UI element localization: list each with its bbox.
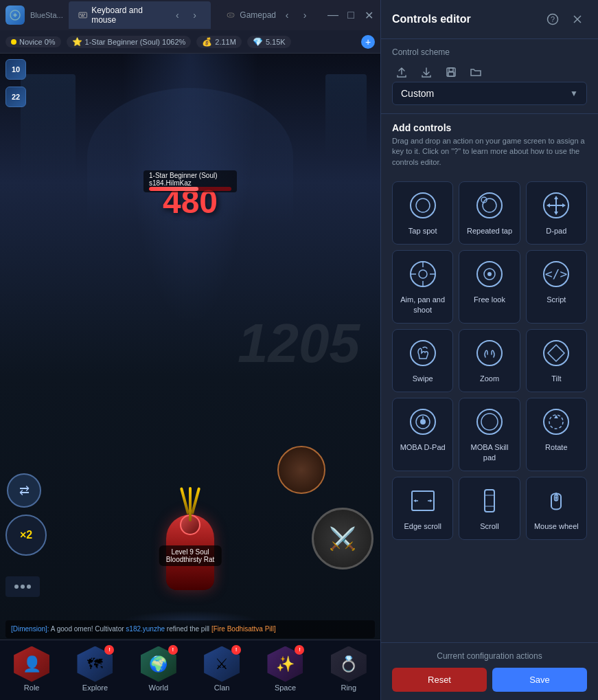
- svg-text:</>: </>: [545, 267, 568, 281]
- moba-d-pad-icon: [408, 407, 438, 437]
- level-badge-1: 10: [5, 59, 26, 80]
- keyboard-icon: [78, 10, 87, 20]
- svg-point-44: [420, 419, 426, 425]
- control-scroll[interactable]: Scroll: [459, 477, 520, 540]
- nav-space-icon-wrap: ✨ !: [267, 646, 303, 682]
- attack-button[interactable]: ⚔️: [312, 508, 373, 569]
- nav-role-label: Role: [24, 684, 40, 692]
- keyboard-mouse-tab[interactable]: Keyboard and mouse ‹ ›: [69, 1, 211, 29]
- control-rotate[interactable]: Rotate: [526, 398, 587, 471]
- currency1-label: 2.11M: [215, 38, 236, 46]
- moba-skill-pad-icon: [474, 407, 505, 437]
- app-icon: [5, 5, 25, 25]
- chat-dot-1: [14, 585, 19, 589]
- tab-nav-left[interactable]: ‹: [171, 8, 184, 22]
- gamepad-tab[interactable]: Gamepad ‹ ›: [216, 4, 321, 26]
- control-repeated-tap[interactable]: Repeated tap: [459, 181, 520, 245]
- nav-role[interactable]: 👤 Role: [0, 640, 63, 700]
- chat-dot-2: [21, 585, 25, 589]
- nav-space-badge: !: [295, 645, 304, 655]
- game-area: BlueSta... Keyboard and mouse ‹ › Gamepa…: [0, 0, 380, 700]
- scheme-section: Control scheme: [381, 39, 598, 114]
- minimize-button[interactable]: —: [327, 9, 339, 21]
- nav-ring[interactable]: 💍 Ring: [317, 640, 380, 700]
- upload-scheme-button[interactable]: [392, 63, 411, 82]
- svg-point-19: [477, 193, 502, 218]
- control-free-look[interactable]: Free look: [459, 250, 520, 324]
- control-swipe[interactable]: Swipe: [392, 329, 453, 392]
- status-bar: Novice 0% ⭐ 1-Star Beginner (Soul) 1062%…: [0, 30, 380, 54]
- tilt-label: Tilt: [551, 374, 561, 383]
- mouse-wheel-label: Mouse wheel: [534, 521, 579, 531]
- gamepad-tab-nav-left[interactable]: ‹: [280, 8, 294, 22]
- control-script[interactable]: </> Script: [526, 250, 587, 324]
- save-button[interactable]: Save: [492, 668, 587, 692]
- chat-text-2: refined the pill: [167, 625, 211, 633]
- svg-marker-54: [430, 499, 433, 502]
- player-title: 1-Star Beginner (Soul): [149, 172, 231, 179]
- gamepad-tab-label: Gamepad: [240, 10, 276, 20]
- control-tilt[interactable]: Tilt: [526, 329, 587, 392]
- gamepad-tab-nav-right[interactable]: ›: [298, 8, 312, 22]
- zoom-label: Zoom: [480, 374, 499, 383]
- nav-space-label: Space: [275, 684, 296, 692]
- control-aim-pan-shoot[interactable]: Aim, pan and shoot: [392, 250, 453, 324]
- x2-speed-button[interactable]: ×2: [5, 515, 47, 556]
- save-scheme-button[interactable]: [441, 63, 461, 82]
- svg-rect-3: [82, 14, 83, 14]
- free-look-icon: [474, 259, 505, 289]
- nav-role-hex-inner: 👤: [14, 646, 49, 682]
- svg-marker-23: [554, 196, 558, 199]
- svg-point-35: [487, 272, 492, 276]
- chat-item-link[interactable]: [Fire Bodhisattva Pill]: [211, 625, 276, 633]
- panel-header-buttons: ?: [543, 10, 587, 29]
- nav-explore[interactable]: 🗺 ! Explore: [63, 640, 126, 700]
- control-zoom[interactable]: Zoom: [459, 329, 520, 392]
- control-mouse-wheel[interactable]: Mouse wheel: [526, 477, 587, 540]
- control-d-pad[interactable]: D-pad: [526, 181, 587, 245]
- reset-button[interactable]: Reset: [392, 668, 487, 692]
- game-viewport: 10 22 480 1205 1-Star Beginner (Soul) s1…: [0, 54, 380, 700]
- svg-point-46: [481, 414, 498, 430]
- svg-point-20: [483, 199, 496, 212]
- nav-space[interactable]: ✨ ! Space: [253, 640, 317, 700]
- close-panel-button[interactable]: [568, 10, 587, 29]
- nav-world-badge: !: [168, 645, 178, 655]
- nav-explore-badge: !: [104, 645, 114, 655]
- help-button[interactable]: ?: [543, 10, 562, 29]
- control-moba-d-pad[interactable]: MOBA D-Pad: [392, 398, 453, 471]
- folder-scheme-button[interactable]: [466, 63, 485, 82]
- title-bar: BlueSta... Keyboard and mouse ‹ › Gamepa…: [0, 0, 380, 30]
- nav-ring-icon-wrap: 💍: [331, 646, 367, 682]
- maximize-button[interactable]: □: [345, 9, 357, 21]
- svg-marker-25: [547, 203, 550, 207]
- nav-world[interactable]: 🌍 ! World: [127, 640, 190, 700]
- edge-scroll-label: Edge scroll: [404, 521, 441, 531]
- svg-text:?: ?: [551, 15, 555, 23]
- nav-clan[interactable]: ⚔ ! Clan: [190, 640, 253, 700]
- nav-world-icon-wrap: 🌍 !: [141, 646, 176, 682]
- control-moba-skill-pad[interactable]: MOBA Skill pad: [459, 398, 520, 471]
- tilt-icon: [541, 338, 571, 368]
- gamepad-icon: [226, 10, 235, 20]
- tab-nav-right[interactable]: ›: [188, 8, 201, 22]
- control-tap-spot[interactable]: Tap spot: [392, 181, 453, 245]
- zoom-icon: [474, 338, 505, 368]
- scroll-icon: [474, 486, 505, 516]
- add-currency-button[interactable]: +: [361, 35, 375, 49]
- chat-button[interactable]: [5, 576, 40, 597]
- svg-point-38: [411, 341, 435, 365]
- controls-row-3: Swipe Zoom: [392, 329, 587, 392]
- swap-button[interactable]: ⇄: [7, 473, 41, 508]
- swipe-label: Swipe: [413, 374, 433, 383]
- star-status: ⭐ 1-Star Beginner (Soul) 1062%: [67, 36, 192, 48]
- download-scheme-button[interactable]: [417, 63, 436, 82]
- scheme-dropdown[interactable]: Custom ▼: [392, 82, 587, 105]
- scheme-dropdown-arrow: ▼: [570, 89, 578, 98]
- control-edge-scroll[interactable]: Edge scroll: [392, 477, 453, 540]
- nav-ring-hex: 💍: [331, 646, 367, 682]
- close-button[interactable]: ✕: [363, 9, 375, 21]
- nav-explore-icon-wrap: 🗺 !: [77, 646, 113, 682]
- svg-rect-15: [449, 68, 453, 71]
- tap-spot-icon: [408, 190, 438, 221]
